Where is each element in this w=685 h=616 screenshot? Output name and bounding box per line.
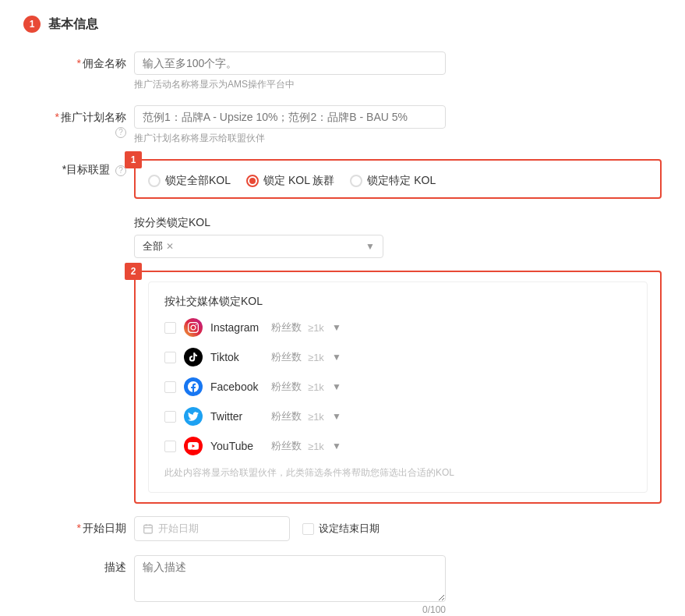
facebook-fans-value: ≥1k: [308, 381, 324, 393]
step-badge: 1: [23, 16, 41, 33]
description-row: 描述 0/100: [23, 555, 662, 615]
instagram-icon: [184, 318, 203, 337]
tiktok-icon: [184, 348, 203, 366]
youtube-info: YouTube 粉丝数 ≥1k ▼: [210, 439, 631, 453]
twitter-name: Twitter: [210, 410, 265, 423]
social-item-youtube: YouTube 粉丝数 ≥1k ▼: [164, 437, 631, 455]
section-number-2: 2: [125, 263, 142, 280]
radio-lock-specific[interactable]: 锁定特定 KOL: [350, 174, 436, 188]
social-item-facebook: Facebook 粉丝数 ≥1k ▼: [164, 377, 631, 396]
start-date-label: *开始日期: [48, 516, 134, 536]
radio-lock-specific-circle: [350, 175, 362, 187]
promotion-plan-row: *推广计划名称 ? 推广计划名称将显示给联盟伙伴: [23, 105, 662, 145]
radio-lock-all-circle: [148, 175, 161, 187]
instagram-fans-label: 粉丝数: [271, 320, 302, 335]
commission-name-label: *佣金名称: [48, 51, 134, 71]
promotion-plan-hint: 推广计划名称将显示给联盟伙伴: [134, 132, 662, 145]
description-textarea[interactable]: [134, 555, 446, 602]
commission-name-input[interactable]: [134, 51, 446, 75]
promotion-plan-help-icon[interactable]: ?: [115, 127, 126, 138]
twitter-icon: [184, 407, 203, 426]
chevron-down-icon: ▼: [365, 241, 375, 252]
social-item-twitter: Twitter 粉丝数 ≥1k ▼: [164, 407, 631, 426]
youtube-chevron-icon[interactable]: ▼: [332, 441, 341, 451]
youtube-icon: [184, 437, 203, 455]
instagram-fans-value: ≥1k: [308, 322, 324, 334]
target-league-section-box: 1 锁定全部KOL 锁定 KOL 族群 锁定特定 KOL: [134, 159, 662, 199]
tiktok-fans-label: 粉丝数: [271, 350, 302, 364]
target-league-content: 1 锁定全部KOL 锁定 KOL 族群 锁定特定 KOL: [134, 159, 662, 202]
category-lock-label: 按分类锁定KOL: [134, 216, 662, 230]
end-date-label: 设定结束日期: [319, 522, 380, 536]
page-container: 1 基本信息 *佣金名称 推广活动名称将显示为AMS操作平台中 *推广计划名称 …: [0, 0, 685, 616]
youtube-fans-label: 粉丝数: [271, 439, 302, 453]
radio-lock-specific-label: 锁定特定 KOL: [367, 174, 436, 188]
twitter-chevron-icon[interactable]: ▼: [332, 411, 341, 422]
target-league-row: *目标联盟 ? 1 锁定全部KOL 锁定 KOL 族群 锁定: [23, 159, 662, 202]
radio-lock-group-circle: [246, 175, 259, 187]
category-lock-select[interactable]: 全部 ✕ ▼: [134, 235, 383, 258]
all-tag: 全部 ✕: [143, 239, 174, 253]
social-lock-section-box: 2 按社交媒体锁定KOL Instagram 粉丝数 ≥1k ▼: [134, 271, 662, 504]
social-box: 按社交媒体锁定KOL Instagram 粉丝数 ≥1k ▼: [148, 281, 648, 493]
description-label: 描述: [48, 555, 134, 575]
target-league-radio-group: 锁定全部KOL 锁定 KOL 族群 锁定特定 KOL: [148, 170, 648, 188]
social-item-tiktok: Tiktok 粉丝数 ≥1k ▼: [164, 348, 631, 366]
tiktok-info: Tiktok 粉丝数 ≥1k ▼: [210, 350, 631, 364]
char-count: 0/100: [134, 604, 446, 615]
instagram-info: Instagram 粉丝数 ≥1k ▼: [210, 320, 631, 335]
end-date-check[interactable]: 设定结束日期: [302, 522, 380, 536]
instagram-checkbox[interactable]: [164, 322, 176, 334]
facebook-name: Facebook: [210, 381, 265, 393]
section-number-1: 1: [125, 151, 142, 168]
facebook-chevron-icon[interactable]: ▼: [332, 381, 341, 392]
radio-lock-all[interactable]: 锁定全部KOL: [148, 174, 231, 188]
end-date-checkbox[interactable]: [302, 523, 314, 535]
radio-lock-group-label: 锁定 KOL 族群: [263, 174, 334, 188]
start-date-content: 开始日期 设定结束日期: [134, 516, 662, 541]
youtube-checkbox[interactable]: [164, 441, 176, 452]
date-checkbox-row: 开始日期 设定结束日期: [134, 516, 662, 541]
start-date-input[interactable]: 开始日期: [134, 516, 290, 541]
start-date-row: *开始日期 开始日期 设定结束日期: [23, 516, 662, 541]
promotion-plan-content: 推广计划名称将显示给联盟伙伴: [134, 105, 662, 145]
social-item-instagram: Instagram 粉丝数 ≥1k ▼: [164, 318, 631, 337]
twitter-fans-label: 粉丝数: [271, 409, 302, 423]
twitter-checkbox[interactable]: [164, 411, 176, 423]
tag-close-icon[interactable]: ✕: [166, 241, 174, 252]
facebook-checkbox[interactable]: [164, 381, 176, 393]
select-tags: 全部 ✕: [143, 239, 174, 253]
svg-rect-0: [144, 525, 153, 533]
youtube-name: YouTube: [210, 440, 265, 452]
social-hint: 此处内容将显示给联盟伙伴，此类筛选条件将帮助您筛选出合适的KOL: [164, 466, 631, 480]
radio-lock-all-label: 锁定全部KOL: [165, 174, 231, 188]
social-lock-section: 2 按社交媒体锁定KOL Instagram 粉丝数 ≥1k ▼: [134, 271, 662, 504]
facebook-info: Facebook 粉丝数 ≥1k ▼: [210, 380, 631, 394]
category-lock-section: 按分类锁定KOL 全部 ✕ ▼: [134, 216, 662, 258]
promotion-plan-input[interactable]: [134, 105, 446, 129]
promotion-plan-label: *推广计划名称 ?: [48, 105, 134, 138]
twitter-info: Twitter 粉丝数 ≥1k ▼: [210, 409, 631, 423]
facebook-icon: [184, 377, 203, 396]
radio-lock-group[interactable]: 锁定 KOL 族群: [246, 174, 334, 188]
page-title: 基本信息: [48, 16, 98, 33]
commission-name-content: 推广活动名称将显示为AMS操作平台中: [134, 51, 662, 91]
tiktok-checkbox[interactable]: [164, 352, 176, 363]
target-league-label: *目标联盟 ?: [48, 159, 134, 177]
commission-name-row: *佣金名称 推广活动名称将显示为AMS操作平台中: [23, 51, 662, 91]
facebook-fans-label: 粉丝数: [271, 380, 302, 394]
youtube-fans-value: ≥1k: [308, 441, 324, 452]
commission-name-hint: 推广活动名称将显示为AMS操作平台中: [134, 78, 662, 91]
page-header: 1 基本信息: [23, 16, 662, 33]
description-content: 0/100: [134, 555, 662, 615]
tiktok-name: Tiktok: [210, 351, 265, 363]
tiktok-fans-value: ≥1k: [308, 352, 324, 363]
social-lock-title: 按社交媒体锁定KOL: [164, 295, 631, 309]
instagram-chevron-icon[interactable]: ▼: [332, 322, 341, 333]
tiktok-chevron-icon[interactable]: ▼: [332, 352, 341, 363]
instagram-name: Instagram: [210, 321, 265, 334]
twitter-fans-value: ≥1k: [308, 411, 324, 423]
start-date-placeholder: 开始日期: [158, 522, 199, 536]
